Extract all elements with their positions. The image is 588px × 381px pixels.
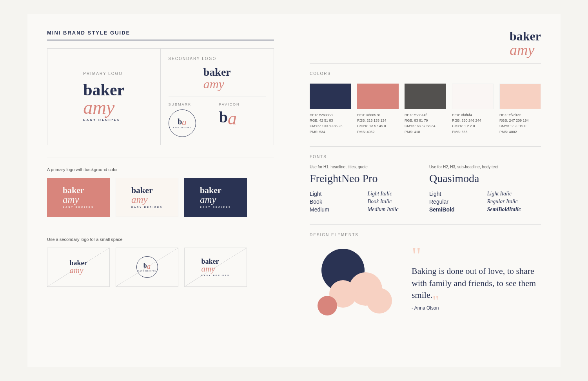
submark-label: SUBMARK (169, 102, 215, 106)
divider-1 (47, 157, 274, 157)
secondary-logo-label: SECONDARY LOGO (169, 57, 266, 61)
logo-tagline-text: EASY RECIPES (83, 118, 124, 122)
color-info-coral: HEX: #d8857c RGB: 216 133 124 CMYK: 13 5… (357, 112, 399, 135)
ss-tagline-3: EASY RECIPES (201, 275, 230, 277)
font-right-name: Quasimoda (429, 172, 541, 185)
circles-area (310, 245, 400, 315)
fw-q-light-italic: Light Italic (487, 191, 541, 197)
color-info-peach: HEX: #f7d1c2 RGB: 247 209 194 CMYK: 2 20… (499, 112, 541, 135)
font-freight: Use for H1, headline, titles, quote Frei… (310, 165, 421, 213)
fw-light-italic: Light Italic (368, 191, 422, 197)
submark-b: b (178, 118, 182, 127)
cmyk-gray: CMYK: 63 57 58 34 (405, 124, 436, 128)
favicon-b: b (219, 109, 228, 128)
font-left-name: FreightNeo Pro (310, 172, 421, 185)
swatch-navy (310, 84, 351, 109)
favicon-ba: b a (219, 109, 266, 128)
quote-author: - Anna Olson (412, 305, 541, 311)
design-elements-row: " Baking is done out of love, to share w… (310, 245, 541, 315)
quote-text: Baking is done out of love, to share wit… (412, 265, 541, 301)
divider-2 (47, 227, 274, 227)
left-column: MINI BRAND STYLE GUIDE PRIMARY LOGO bake… (47, 30, 282, 352)
secondary-small-1: baker amy (47, 248, 110, 287)
pms-navy: PMS: 534 (310, 130, 325, 134)
submark-text: EASY RECIPES (173, 127, 191, 129)
rgb-gray: RGB: 83 81 79 (405, 118, 428, 122)
logo-section: PRIMARY LOGO baker amy EASY RECIPES SECO… (47, 48, 274, 145)
fw-regular-italic: Regular Italic (487, 199, 541, 205)
design-elements-section: DESIGN ELEMENTS " Baking is done out of … (310, 224, 541, 315)
bg-logos-description: A primary logo with background color (47, 167, 274, 172)
rgb-navy: RGB: 42 51 83 (310, 118, 333, 122)
fw-q-light: Light (429, 191, 483, 197)
bg-logos-row: baker amy EASY RECIPES baker amy EASY RE… (47, 178, 274, 217)
cmyk-light: CMYK: 1 2 2 0 (452, 124, 475, 128)
cmyk-navy: CMYK: 100 89 35 26 (310, 124, 343, 128)
secondary-small-logo-3: baker amy EASY RECIPES (201, 258, 230, 277)
header-logo-amy: amy (510, 42, 541, 57)
design-elements-title: DESIGN ELEMENTS (310, 224, 541, 237)
secondary-small-section: Use a secondary logo for a small space b… (47, 237, 274, 287)
fw-regular: Regular (429, 199, 483, 205)
primary-logo-label: PRIMARY LOGO (83, 71, 124, 76)
color-info-navy: HEX: #2a3353 RGB: 42 51 83 CMYK: 100 89 … (310, 112, 351, 135)
font-right-weights: Light Light Italic Regular Regular Itali… (429, 191, 541, 213)
fw-book: Book (310, 199, 364, 205)
fw-semibold-italic: SemiBoldItalic (487, 206, 541, 213)
fw-light: Light (310, 191, 364, 197)
page-title: MINI BRAND STYLE GUIDE (47, 30, 274, 40)
bg-logo-cream: baker amy EASY RECIPES (116, 178, 178, 217)
color-swatch-gray: HEX: #53514f RGB: 83 81 79 CMYK: 63 57 5… (405, 84, 446, 135)
ss-submark: b a EASY RECIPES (136, 256, 158, 278)
colors-section: COLORS HEX: #2a3353 RGB: 42 51 83 CMYK: … (310, 71, 541, 135)
hex-light: HEX: #faf6f4 (452, 113, 472, 117)
fw-book-italic: Book Italic (368, 199, 422, 205)
cmyk-peach: CMYK: 2 20 19 0 (499, 124, 526, 128)
pms-peach: PMS: 4002 (499, 130, 517, 134)
right-column: baker amy COLORS HEX: #2a3353 RGB: 42 51… (306, 30, 541, 352)
bg-cream-tagline: EASY RECIPES (131, 206, 163, 208)
cmyk-coral: CMYK: 13 57 45 0 (357, 124, 386, 128)
circle-coral (318, 296, 337, 315)
pms-gray: PMS: 418 (405, 130, 420, 134)
font-left-weights: Light Light Italic Book Book Italic Medi… (310, 191, 421, 213)
pms-light: PMS: 663 (452, 130, 468, 134)
bg-logo-coral: baker amy EASY RECIPES (47, 178, 110, 217)
bg-cream-amy: amy (131, 195, 163, 204)
ss-amy-3: amy (201, 265, 230, 273)
bg-navy-amy: amy (200, 195, 231, 204)
secondary-logo-top: baker amy (169, 67, 266, 97)
color-swatch-light: HEX: #faf6f4 RGB: 250 246 244 CMYK: 1 2 … (452, 84, 494, 135)
fonts-title: FONTS (310, 146, 541, 159)
swatch-peach (499, 84, 541, 109)
font-quasi: Use for H2, H3, sub-headline, body text … (429, 165, 541, 213)
favicon-area: FAVICON b a (219, 102, 266, 137)
hex-gray: HEX: #53514f (405, 113, 426, 117)
hex-peach: HEX: #f7d1c2 (499, 113, 521, 117)
secondary-small-2: b a EASY RECIPES (116, 248, 178, 287)
font-left-label: Use for H1, headline, titles, quote (310, 165, 421, 169)
submark-a: a (182, 118, 187, 127)
hex-coral: HEX: #d8857c (357, 113, 380, 117)
submark-ba: b a (178, 118, 187, 127)
secondary-small-description: Use a secondary logo for a small space (47, 237, 274, 242)
submark-area: SUBMARK b a EASY RECIPES (169, 102, 215, 137)
secondary-logo: baker amy (203, 67, 231, 90)
colors-title: COLORS (310, 71, 541, 76)
bg-logo-coral-inner: baker amy EASY RECIPES (63, 186, 94, 208)
color-swatches: HEX: #2a3353 RGB: 42 51 83 CMYK: 100 89 … (310, 84, 541, 135)
font-right-label: Use for H2, H3, sub-headline, body text (429, 165, 541, 169)
bg-coral-tagline: EASY RECIPES (63, 206, 94, 208)
rgb-light: RGB: 250 246 244 (452, 118, 481, 122)
primary-logo: baker amy EASY RECIPES (83, 82, 124, 122)
color-swatch-peach: HEX: #f7d1c2 RGB: 247 209 194 CMYK: 2 20… (499, 84, 541, 135)
secondary-small-logo-1: baker amy (70, 259, 87, 275)
fonts-section: FONTS Use for H1, headline, titles, quot… (310, 146, 541, 213)
swatch-light (452, 84, 494, 109)
color-swatch-coral: HEX: #d8857c RGB: 216 133 124 CMYK: 13 5… (357, 84, 399, 135)
right-header-logo: baker amy (510, 30, 541, 57)
logo-baker-text: baker (83, 82, 124, 98)
quote-open-mark: " (412, 250, 541, 261)
secondary-small-row: baker amy b a EASY RECIPES bak (47, 248, 274, 287)
secondary-bottom: SUBMARK b a EASY RECIPES FAVICON b (169, 102, 266, 137)
